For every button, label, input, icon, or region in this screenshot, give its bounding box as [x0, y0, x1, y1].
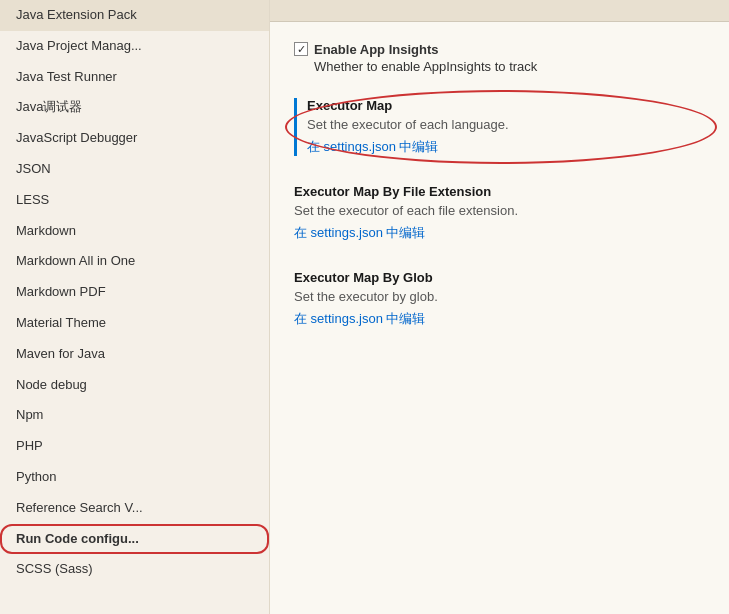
sidebar-item-ref-search[interactable]: Reference Search V... [0, 493, 269, 524]
executor-map-glob-section: Executor Map By Glob Set the executor by… [294, 270, 705, 328]
sidebar-item-java-debug-cn[interactable]: Java调试器 [0, 92, 269, 123]
sidebar-item-js-debug[interactable]: JavaScript Debugger [0, 123, 269, 154]
enable-app-checkbox-wrapper [294, 42, 308, 56]
sidebar-item-run-code[interactable]: Run Code configu... [0, 524, 269, 555]
executor-map-ext-title: Executor Map By File Extension [294, 184, 705, 199]
sidebar: Java Extension PackJava Project Manag...… [0, 0, 270, 614]
executor-map-ext-section: Executor Map By File Extension Set the e… [294, 184, 705, 242]
executor-map-glob-edit-link[interactable]: 在 settings.json 中编辑 [294, 311, 426, 326]
executor-map-desc: Set the executor of each language. [307, 117, 705, 132]
executor-map-glob-desc: Set the executor by glob. [294, 289, 705, 304]
enable-app-checkbox[interactable] [294, 42, 308, 56]
executor-map-glob-title: Executor Map By Glob [294, 270, 705, 285]
executor-map-title: Executor Map [307, 98, 705, 113]
sidebar-item-markdown-all[interactable]: Markdown All in One [0, 246, 269, 277]
sidebar-item-python[interactable]: Python [0, 462, 269, 493]
settings-content: Enable App Insights Whether to enable Ap… [270, 22, 729, 376]
sidebar-item-npm[interactable]: Npm [0, 400, 269, 431]
sidebar-item-material-theme[interactable]: Material Theme [0, 308, 269, 339]
enable-app-text: Whether to enable AppInsights to track [314, 59, 537, 74]
sidebar-item-markdown[interactable]: Markdown [0, 216, 269, 247]
top-bar [270, 0, 729, 22]
enable-app-title: Enable App Insights [314, 42, 537, 57]
sidebar-item-java-proj[interactable]: Java Project Manag... [0, 31, 269, 62]
executor-map-ext-edit-link[interactable]: 在 settings.json 中编辑 [294, 225, 426, 240]
executor-map-edit-link[interactable]: 在 settings.json 中编辑 [307, 139, 439, 154]
enable-app-section: Enable App Insights Whether to enable Ap… [294, 42, 705, 74]
sidebar-item-php[interactable]: PHP [0, 431, 269, 462]
sidebar-item-json[interactable]: JSON [0, 154, 269, 185]
sidebar-item-node-debug[interactable]: Node debug [0, 370, 269, 401]
main-content: Enable App Insights Whether to enable Ap… [270, 0, 729, 614]
sidebar-item-scss[interactable]: SCSS (Sass) [0, 554, 269, 585]
sidebar-item-markdown-pdf[interactable]: Markdown PDF [0, 277, 269, 308]
executor-map-section: Executor Map Set the executor of each la… [294, 98, 705, 156]
sidebar-item-maven[interactable]: Maven for Java [0, 339, 269, 370]
sidebar-item-java-ext[interactable]: Java Extension Pack [0, 0, 269, 31]
executor-map-ext-desc: Set the executor of each file extension. [294, 203, 705, 218]
enable-app-desc: Enable App Insights Whether to enable Ap… [314, 42, 537, 74]
sidebar-item-java-test[interactable]: Java Test Runner [0, 62, 269, 93]
sidebar-item-less[interactable]: LESS [0, 185, 269, 216]
